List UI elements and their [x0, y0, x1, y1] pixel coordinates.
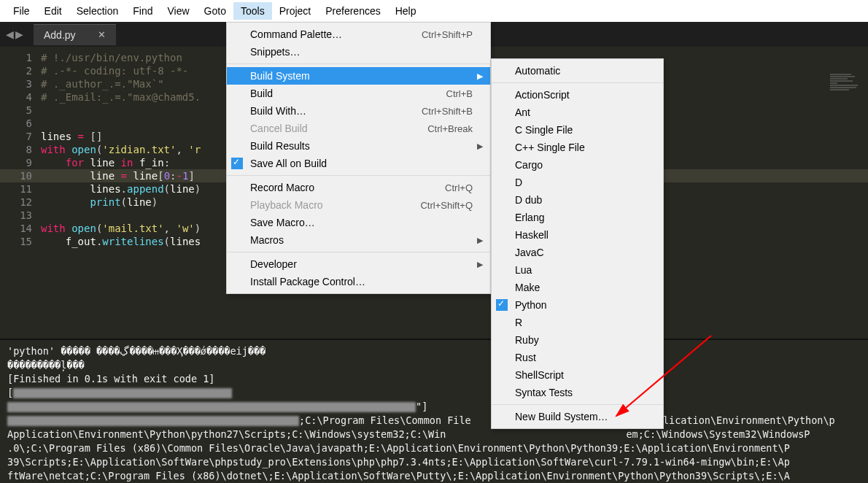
- buildsys-syntax-tests[interactable]: Syntax Tests: [492, 384, 663, 401]
- build-system-submenu: AutomaticActionScriptAntC Single FileC++…: [491, 58, 664, 429]
- buildsys-python[interactable]: Python: [492, 296, 663, 314]
- nav-fwd-icon[interactable]: ▶: [15, 28, 23, 40]
- tools-snippets[interactable]: Snippets…: [227, 43, 490, 61]
- buildsys-haskell[interactable]: Haskell: [492, 226, 663, 244]
- buildsys-r[interactable]: R: [492, 314, 663, 331]
- tools-cancel-build: Cancel BuildCtrl+Break: [227, 120, 490, 137]
- buildsys-actionscript[interactable]: ActionScript: [492, 86, 663, 104]
- tools-playback-macro: Playback MacroCtrl+Shift+Q: [227, 196, 490, 214]
- buildsys-cargo[interactable]: Cargo: [492, 156, 663, 174]
- minimap[interactable]: [830, 73, 865, 102]
- menubar: FileEditSelectionFindViewGotoToolsProjec…: [0, 0, 868, 22]
- menu-project[interactable]: Project: [272, 2, 319, 20]
- menu-view[interactable]: View: [160, 2, 197, 20]
- buildsys-d-dub[interactable]: D dub: [492, 191, 663, 209]
- buildsys-new-build-system[interactable]: New Build System…: [492, 408, 663, 425]
- buildsys-make[interactable]: Make: [492, 279, 663, 296]
- menu-help[interactable]: Help: [388, 2, 424, 20]
- buildsys-javac[interactable]: JavaC: [492, 244, 663, 261]
- buildsys-c-single-file[interactable]: C++ Single File: [492, 139, 663, 156]
- menu-goto[interactable]: Goto: [197, 2, 233, 20]
- tools-record-macro[interactable]: Record MacroCtrl+Q: [227, 179, 490, 196]
- nav-back-icon[interactable]: ◀: [6, 28, 14, 40]
- tab-label: Add.py: [44, 29, 76, 41]
- tools-save-macro[interactable]: Save Macro…: [227, 214, 490, 231]
- tools-build-results[interactable]: Build Results▶: [227, 137, 490, 155]
- tools-build[interactable]: BuildCtrl+B: [227, 85, 490, 102]
- close-icon[interactable]: ✕: [98, 29, 106, 40]
- menu-tools[interactable]: Tools: [233, 2, 272, 20]
- tools-build-with[interactable]: Build With…Ctrl+Shift+B: [227, 102, 490, 120]
- buildsys-c-single-file[interactable]: C Single File: [492, 121, 663, 139]
- nav-arrows[interactable]: ◀ ▶: [0, 28, 29, 40]
- buildsys-rust[interactable]: Rust: [492, 349, 663, 366]
- tools-developer[interactable]: Developer▶: [227, 255, 490, 273]
- buildsys-lua[interactable]: Lua: [492, 261, 663, 279]
- tools-menu: Command Palette…Ctrl+Shift+PSnippets…Bui…: [226, 22, 491, 294]
- code-area[interactable]: # !./usr/bin/env.python# .-*- coding: ut…: [41, 51, 201, 339]
- tools-command-palette[interactable]: Command Palette…Ctrl+Shift+P: [227, 26, 490, 43]
- menu-selection[interactable]: Selection: [69, 2, 126, 20]
- buildsys-d[interactable]: D: [492, 174, 663, 191]
- menu-preferences[interactable]: Preferences: [318, 2, 387, 20]
- buildsys-automatic[interactable]: Automatic: [492, 62, 663, 80]
- buildsys-shellscript[interactable]: ShellScript: [492, 366, 663, 384]
- build-output[interactable]: 'python' ����� ����ڲ����ⲿ���Ҳ���ǿ����еij…: [0, 339, 868, 483]
- menu-find[interactable]: Find: [125, 2, 160, 20]
- tab-add-py[interactable]: Add.py ✕: [34, 24, 116, 45]
- tools-install-package-control[interactable]: Install Package Control…: [227, 273, 490, 290]
- gutter: 123456789101112131415: [0, 51, 41, 339]
- buildsys-erlang[interactable]: Erlang: [492, 209, 663, 226]
- tools-save-all-on-build[interactable]: Save All on Build: [227, 155, 490, 172]
- buildsys-ruby[interactable]: Ruby: [492, 331, 663, 349]
- tools-macros[interactable]: Macros▶: [227, 231, 490, 249]
- buildsys-ant[interactable]: Ant: [492, 104, 663, 121]
- menu-file[interactable]: File: [6, 2, 37, 20]
- tools-build-system[interactable]: Build System▶: [227, 67, 490, 85]
- menu-edit[interactable]: Edit: [37, 2, 69, 20]
